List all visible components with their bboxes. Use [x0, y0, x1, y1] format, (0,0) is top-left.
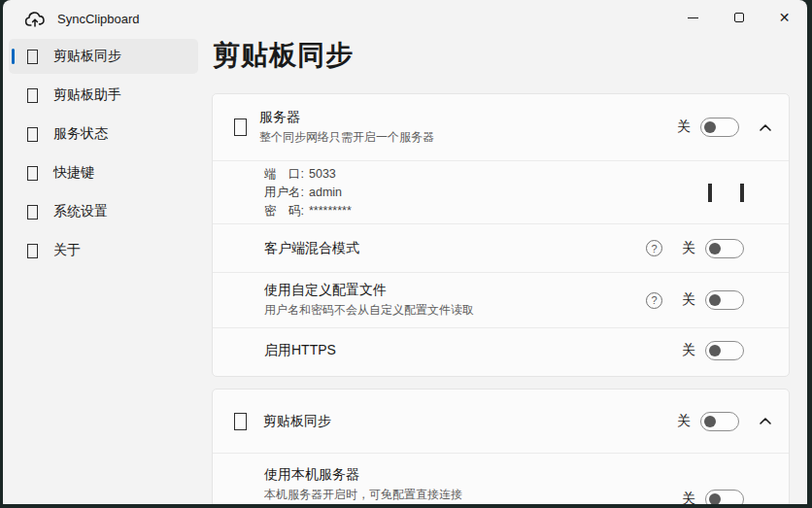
port-value: 5033 — [309, 167, 336, 181]
server-toggle-label: 关 — [677, 119, 691, 136]
hotkeys-icon — [27, 166, 38, 181]
enable-https-toggle[interactable] — [705, 341, 744, 360]
username-value: admin — [309, 186, 342, 199]
page-title: 剪贴板同步 — [213, 37, 354, 74]
clipboard-sync-title: 剪贴板同步 — [263, 413, 331, 430]
help-icon[interactable]: ? — [646, 292, 662, 309]
detail-action-button-2[interactable] — [738, 184, 746, 202]
sidebar-item-label: 系统设置 — [53, 203, 108, 220]
server-detail-panel: 端 口:5033 用户名:admin 密 码:********* — [213, 161, 789, 224]
sync-icon — [234, 413, 247, 430]
chevron-up-icon[interactable] — [756, 412, 775, 431]
client-mixed-mode-title: 客户端混合模式 — [264, 240, 359, 257]
local-server-row: 使用本机服务器 本机服务器开启时，可免配置直接连接 关 — [213, 454, 789, 504]
app-logo-cloud-sync-icon — [24, 9, 46, 30]
app-window: SyncClipboard ✕ 剪贴板同步 剪贴板助手 服务状态 快捷键 系统设… — [3, 0, 807, 504]
clipboard-sync-toggle[interactable] — [700, 412, 739, 431]
close-icon: ✕ — [779, 11, 791, 24]
sidebar: 剪贴板同步 剪贴板助手 服务状态 快捷键 系统设置 关于 — [3, 39, 204, 504]
client-mixed-mode-toggle[interactable] — [705, 239, 744, 258]
clipboard-assistant-icon — [27, 88, 38, 103]
minimize-icon — [688, 17, 698, 18]
sidebar-item-label: 剪贴板同步 — [53, 48, 121, 65]
about-icon — [27, 244, 38, 258]
app-title: SyncClipboard — [57, 12, 140, 26]
server-detail-actions — [706, 184, 746, 202]
missing-glyph-icon — [708, 184, 712, 202]
sidebar-item-clipboard-assistant[interactable]: 剪贴板助手 — [9, 78, 198, 113]
titlebar: SyncClipboard ✕ — [3, 0, 807, 39]
toggle-label: 关 — [682, 491, 695, 505]
maximize-button[interactable] — [716, 0, 761, 35]
sidebar-item-label: 快捷键 — [53, 164, 94, 182]
client-mixed-mode-row: 客户端混合模式 ? 关 — [213, 224, 789, 273]
system-settings-icon — [27, 205, 38, 220]
close-button[interactable]: ✕ — [761, 0, 807, 35]
password-line: 密 码:********* — [264, 202, 352, 220]
toggle-knob — [704, 416, 716, 427]
toggle-knob — [709, 345, 721, 356]
server-toggle[interactable] — [700, 118, 739, 137]
toggle-label: 关 — [682, 291, 695, 309]
sidebar-item-label: 剪贴板助手 — [53, 86, 121, 104]
help-icon[interactable]: ? — [646, 240, 662, 256]
toggle-label: 关 — [682, 240, 695, 257]
port-line: 端 口:5033 — [264, 165, 352, 184]
toggle-knob — [709, 243, 721, 254]
toggle-label: 关 — [682, 342, 695, 359]
clipboard-sync-icon — [27, 50, 38, 64]
enable-https-row: 启用HTTPS 关 — [213, 328, 789, 373]
custom-config-row: 使用自定义配置文件 用户名和密码不会从自定义配置文件读取 ? 关 — [213, 273, 789, 328]
server-detail-text: 端 口:5033 用户名:admin 密 码:********* — [264, 165, 352, 220]
clipboard-sync-toggle-label: 关 — [677, 413, 691, 430]
enable-https-title: 启用HTTPS — [264, 342, 336, 359]
custom-config-toggle[interactable] — [705, 290, 744, 310]
server-subtitle: 整个同步网络只需开启一个服务器 — [259, 129, 434, 146]
local-server-subtitle: 本机服务器开启时，可免配置直接连接 — [264, 487, 462, 503]
local-server-toggle[interactable] — [705, 490, 744, 505]
missing-glyph-icon — [740, 184, 744, 202]
toggle-knob — [709, 493, 721, 505]
clipboard-sync-card-header[interactable]: 剪贴板同步 关 — [213, 389, 789, 454]
password-label: 密 码: — [264, 204, 304, 218]
sidebar-item-about[interactable]: 关于 — [9, 233, 198, 268]
chevron-up-icon[interactable] — [756, 118, 775, 137]
username-label: 用户名: — [264, 186, 304, 199]
password-value: ********* — [309, 204, 352, 218]
clipboard-sync-card: 剪贴板同步 关 使用本机服务器 本机服务器开启时，可免配置直接连接 关 — [212, 389, 790, 504]
username-line: 用户名:admin — [264, 184, 352, 202]
maximize-icon — [734, 13, 744, 22]
toggle-knob — [704, 121, 716, 133]
service-status-icon — [27, 127, 38, 142]
toggle-knob — [709, 294, 721, 306]
sidebar-item-label: 关于 — [53, 242, 81, 259]
local-server-title: 使用本机服务器 — [264, 466, 462, 484]
custom-config-subtitle: 用户名和密码不会从自定义配置文件读取 — [264, 302, 474, 319]
server-icon — [234, 119, 247, 136]
minimize-button[interactable] — [670, 0, 716, 35]
sidebar-item-service-status[interactable]: 服务状态 — [9, 117, 198, 152]
sidebar-item-label: 服务状态 — [53, 125, 108, 143]
detail-action-button-1[interactable] — [706, 184, 714, 202]
sidebar-item-system-settings[interactable]: 系统设置 — [9, 194, 198, 229]
server-card: 服务器 整个同步网络只需开启一个服务器 关 端 口:5033 用户名:admin… — [212, 93, 790, 377]
sidebar-item-clipboard-sync[interactable]: 剪贴板同步 — [9, 39, 198, 74]
sidebar-item-hotkeys[interactable]: 快捷键 — [9, 155, 198, 190]
custom-config-title: 使用自定义配置文件 — [264, 282, 474, 299]
server-card-header[interactable]: 服务器 整个同步网络只需开启一个服务器 关 — [213, 94, 789, 161]
port-label: 端 口: — [264, 167, 304, 181]
caption-buttons: ✕ — [670, 0, 807, 35]
server-title: 服务器 — [259, 109, 434, 126]
